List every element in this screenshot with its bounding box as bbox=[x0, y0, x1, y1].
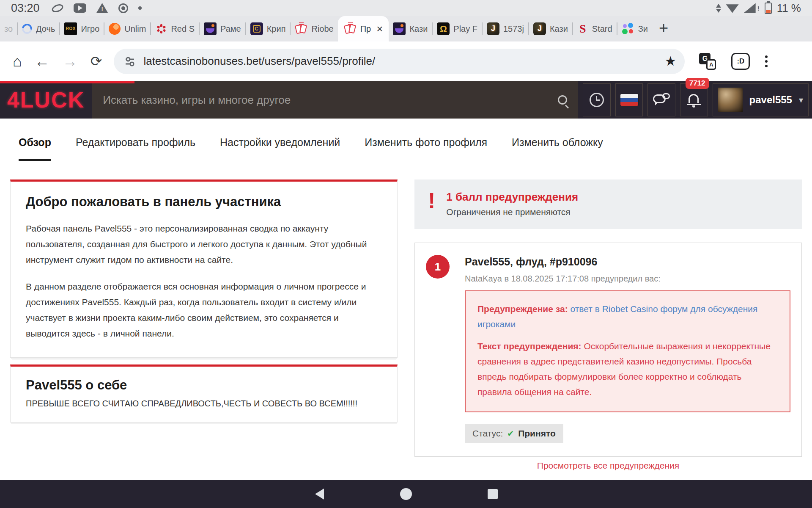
unlim-favicon bbox=[109, 23, 121, 35]
page-content: Обзор Редактировать профиль Настройки ув… bbox=[0, 119, 812, 480]
red-star-favicon bbox=[155, 23, 167, 35]
battery-icon bbox=[765, 3, 772, 14]
cards-favicon bbox=[295, 22, 307, 35]
clock-time: 03:20 bbox=[11, 2, 40, 15]
url-text[interactable]: latestcasinobonuses.bet/users/pavel555/p… bbox=[143, 55, 664, 68]
search-icon[interactable] bbox=[558, 95, 567, 105]
address-bar[interactable]: latestcasinobonuses.bet/users/pavel555/p… bbox=[114, 49, 685, 74]
exclamation-icon: ! bbox=[428, 189, 435, 217]
language-button[interactable] bbox=[615, 83, 643, 116]
welcome-card: Добро пожаловать в панель участника Рабо… bbox=[10, 179, 398, 358]
tab-edit-profile[interactable]: Редактировать профиль bbox=[76, 119, 195, 166]
notification-dot-icon bbox=[138, 6, 142, 10]
loading-spinner-icon bbox=[20, 22, 34, 36]
chevron-down-icon: ▾ bbox=[799, 95, 803, 105]
browser-tab-active[interactable]: Пр × bbox=[338, 16, 389, 41]
browser-tab[interactable]: Ω Play F bbox=[433, 16, 482, 41]
russian-flag-icon bbox=[620, 94, 638, 106]
bell-icon bbox=[687, 93, 701, 107]
cellular-signal-icon bbox=[744, 3, 756, 13]
browser-tab[interactable]: Дочь bbox=[18, 16, 59, 41]
opera-notification-icon bbox=[50, 3, 64, 14]
browser-tab[interactable]: S Stard bbox=[573, 16, 617, 41]
view-all-warnings-link[interactable]: Просмотреть все предупреждения bbox=[414, 461, 802, 471]
warning-restrictions-note: Ограничения не применяются bbox=[446, 207, 578, 217]
android-recents-button[interactable] bbox=[488, 489, 498, 499]
joycasino-favicon: J bbox=[487, 22, 499, 35]
wifi-icon bbox=[726, 3, 739, 13]
search-input[interactable] bbox=[103, 94, 558, 107]
tab-overview[interactable]: Обзор bbox=[19, 119, 51, 166]
tab-close-icon[interactable]: × bbox=[376, 23, 383, 34]
home-button[interactable]: ⌂ bbox=[13, 52, 22, 70]
browser-menu-icon[interactable] bbox=[765, 55, 768, 67]
tab-change-cover[interactable]: Изменить обложку bbox=[512, 119, 603, 166]
warning-reason-label: Предупреждение за: bbox=[477, 304, 568, 314]
avatar bbox=[718, 88, 743, 112]
welcome-paragraph-1: Рабочая панель Pavel555 - это персонализ… bbox=[26, 221, 382, 268]
chat-icon bbox=[653, 93, 670, 107]
warning-meta: NataKaya в 18.08.2025 17:17:08 предупред… bbox=[465, 274, 661, 284]
cellular-alert-icon: ! bbox=[757, 5, 760, 12]
browser-toolbar: ⌂ ← → ⟳ latestcasinobonuses.bet/users/pa… bbox=[0, 41, 812, 81]
android-home-button[interactable] bbox=[400, 488, 412, 500]
chrome-notification-icon bbox=[118, 3, 128, 13]
warning-detail-card: 1 Pavel555, флуд, #p910096 NataKaya в 18… bbox=[414, 243, 802, 457]
warning-summary-card: ! 1 балл предупреждения Ограничения не п… bbox=[414, 179, 802, 229]
browser-tab-strip: зо Дочь ROX Игро Unlim Red S Раме C Крип… bbox=[0, 16, 812, 41]
browser-tab[interactable]: Riobe bbox=[291, 16, 337, 41]
about-text: ПРЕВЫШЕ ВСЕГО СЧИТАЮ СПРАВЕДЛИВОСТЬ,ЧЕСТ… bbox=[26, 399, 382, 409]
browser-tab[interactable]: C Крип bbox=[246, 16, 290, 41]
browser-tab-clipped[interactable]: зо bbox=[0, 16, 17, 41]
reload-button[interactable]: ⟳ bbox=[91, 53, 102, 69]
welcome-title: Добро пожаловать в панель участника bbox=[26, 194, 382, 210]
new-tab-button[interactable]: + bbox=[652, 16, 675, 41]
browser-tab[interactable]: Кази bbox=[389, 16, 432, 41]
data-transfer-icon bbox=[716, 4, 721, 13]
site-logo[interactable]: 4LUCK bbox=[0, 81, 92, 119]
battery-percent: 11 % bbox=[777, 2, 801, 15]
site-search-bar[interactable] bbox=[92, 81, 578, 119]
browser-tab[interactable]: Unlim bbox=[104, 16, 150, 41]
username-label: pavel555 bbox=[749, 94, 792, 106]
header-accent-line bbox=[0, 81, 134, 83]
welcome-paragraph-2: В данном разделе отображается вся основн… bbox=[26, 279, 382, 341]
translate-icon[interactable]: GA bbox=[699, 53, 716, 70]
casino-bowl-favicon bbox=[393, 22, 406, 35]
android-status-bar: 03:20 ! ! 11 % bbox=[0, 0, 812, 16]
tab-change-photo[interactable]: Изменить фото профиля bbox=[365, 119, 487, 166]
warning-title: Pavel555, флуд, #p910096 bbox=[465, 256, 661, 268]
site-settings-icon[interactable] bbox=[124, 55, 136, 67]
browser-tab[interactable]: J Кази bbox=[529, 16, 572, 41]
warning-points-title: 1 балл предупреждения bbox=[446, 190, 578, 204]
warning-count-badge: 1 bbox=[426, 255, 450, 279]
about-card: Pavel555 о себе ПРЕВЫШЕ ВСЕГО СЧИТАЮ СПР… bbox=[10, 364, 398, 422]
android-back-button[interactable] bbox=[315, 489, 324, 500]
notifications-button[interactable]: 7712 bbox=[680, 83, 708, 116]
tab-notification-settings[interactable]: Настройки уведомлений bbox=[220, 119, 340, 166]
browser-tab[interactable]: Зи bbox=[617, 16, 652, 41]
joycasino-favicon: J bbox=[533, 22, 546, 35]
horseshoe-favicon: Ω bbox=[437, 22, 450, 35]
forward-button: → bbox=[63, 52, 78, 70]
profile-tab-bar: Обзор Редактировать профиль Настройки ув… bbox=[0, 119, 812, 166]
messages-button[interactable] bbox=[647, 83, 675, 116]
notification-count-badge: 7712 bbox=[686, 78, 709, 89]
extension-icon[interactable]: :D bbox=[731, 53, 750, 70]
browser-tab[interactable]: Red S bbox=[151, 16, 199, 41]
status-value: Принято bbox=[518, 428, 556, 439]
browser-tab[interactable]: J 1573j bbox=[483, 16, 528, 41]
rox-favicon: ROX bbox=[64, 22, 77, 35]
history-button[interactable] bbox=[583, 83, 611, 116]
warning-notification-icon: ! bbox=[96, 3, 108, 13]
site-header: 4LUCK 7712 pavel555 ▾ bbox=[0, 81, 812, 119]
bookmark-star-icon[interactable]: ★ bbox=[665, 53, 677, 69]
android-nav-bar bbox=[0, 480, 812, 508]
status-label: Статус: bbox=[472, 428, 503, 439]
crypto-coin-favicon: C bbox=[250, 22, 263, 35]
back-button[interactable]: ← bbox=[35, 52, 50, 70]
browser-tab[interactable]: ROX Игро bbox=[60, 16, 104, 41]
casino-bowl-favicon bbox=[204, 22, 217, 35]
browser-tab[interactable]: Раме bbox=[200, 16, 245, 41]
user-menu[interactable]: pavel555 ▾ bbox=[713, 83, 809, 116]
